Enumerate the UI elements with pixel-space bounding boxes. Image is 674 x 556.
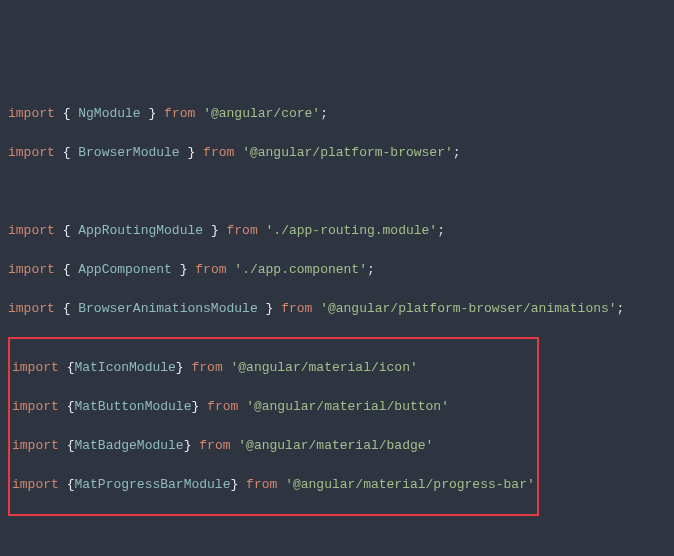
blank-line	[8, 182, 666, 202]
import-line: import { NgModule } from '@angular/core'…	[8, 104, 666, 124]
blank-line	[8, 516, 666, 536]
import-line: import {MatBadgeModule} from '@angular/m…	[12, 436, 535, 456]
highlight-box-imports: import {MatIconModule} from '@angular/ma…	[8, 337, 539, 517]
import-line: import {MatButtonModule} from '@angular/…	[12, 397, 535, 417]
import-line: import { AppRoutingModule } from './app-…	[8, 221, 666, 241]
import-line: import {MatProgressBarModule} from '@ang…	[12, 475, 535, 495]
import-line: import { AppComponent } from './app.comp…	[8, 260, 666, 280]
import-line: import { BrowserModule } from '@angular/…	[8, 143, 666, 163]
code-editor[interactable]: import { NgModule } from '@angular/core'…	[8, 84, 666, 556]
import-line: import {MatIconModule} from '@angular/ma…	[12, 358, 535, 378]
import-line: import { BrowserAnimationsModule } from …	[8, 299, 666, 319]
